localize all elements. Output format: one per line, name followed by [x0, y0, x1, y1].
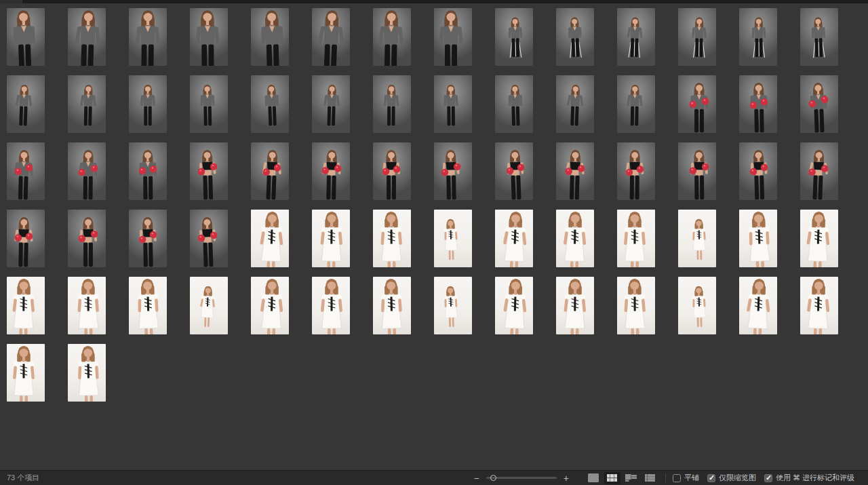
- window-top-edge: [0, 0, 868, 3]
- photo-thumbnail[interactable]: [678, 8, 716, 66]
- photo-thumbnail[interactable]: [190, 8, 228, 66]
- grid-filled-icon: [607, 474, 617, 482]
- photo-thumbnail[interactable]: [800, 142, 838, 200]
- photo-thumbnail[interactable]: [617, 277, 655, 334]
- photo-thumbnail[interactable]: [68, 75, 106, 133]
- photo-thumbnail[interactable]: [7, 344, 45, 402]
- photo-thumbnail[interactable]: [68, 277, 106, 334]
- photo-thumbnail[interactable]: [434, 8, 472, 66]
- zoom-out-button[interactable]: −: [470, 473, 484, 483]
- view-mode-group: [585, 472, 658, 484]
- photo-thumbnail[interactable]: [68, 344, 106, 402]
- photo-thumbnail[interactable]: [251, 75, 289, 133]
- slider-knob[interactable]: [490, 475, 496, 481]
- photo-thumbnail[interactable]: [68, 142, 106, 200]
- photo-thumbnail[interactable]: [373, 210, 411, 267]
- photo-thumbnail[interactable]: [312, 75, 350, 133]
- photo-thumbnail[interactable]: [678, 142, 716, 200]
- photo-thumbnail[interactable]: [129, 8, 167, 66]
- thumbnail-size-slider[interactable]: [486, 473, 557, 483]
- photo-thumbnail[interactable]: [7, 277, 45, 334]
- photo-thumbnail[interactable]: [739, 142, 777, 200]
- checkbox-use-cmd-rating[interactable]: 使用 ⌘ 进行标记和评级: [764, 473, 854, 483]
- photo-thumbnail[interactable]: [495, 277, 533, 334]
- photo-thumbnail[interactable]: [434, 75, 472, 133]
- photo-thumbnail[interactable]: [495, 142, 533, 200]
- thumbnail-grid: [7, 8, 863, 402]
- photo-thumbnail[interactable]: [190, 277, 228, 334]
- photo-thumbnail[interactable]: [373, 75, 411, 133]
- photo-thumbnail[interactable]: [556, 8, 594, 66]
- checkbox-label: 平铺: [684, 473, 699, 483]
- photo-thumbnail[interactable]: [678, 210, 716, 267]
- thumb-info-view-button[interactable]: [623, 472, 639, 484]
- zoom-in-button[interactable]: +: [559, 473, 573, 483]
- photo-thumbnail[interactable]: [129, 142, 167, 200]
- photo-thumbnail[interactable]: [495, 210, 533, 267]
- photo-thumbnail[interactable]: [312, 277, 350, 334]
- photo-thumbnail[interactable]: [556, 277, 594, 334]
- photo-browser-window: 73 个项目 − +: [0, 0, 868, 485]
- checkbox-label: 使用 ⌘ 进行标记和评级: [776, 473, 854, 483]
- photo-thumbnail[interactable]: [251, 142, 289, 200]
- checkbox-thumbnails-only[interactable]: 仅限缩览图: [707, 473, 756, 483]
- photo-thumbnail[interactable]: [7, 142, 45, 200]
- photo-thumbnail[interactable]: [190, 142, 228, 200]
- photo-thumbnail[interactable]: [129, 75, 167, 133]
- photo-thumbnail[interactable]: [373, 8, 411, 66]
- grid-view-button[interactable]: [604, 472, 620, 484]
- photo-thumbnail[interactable]: [678, 277, 716, 334]
- photo-thumbnail[interactable]: [800, 75, 838, 133]
- photo-thumbnail[interactable]: [190, 75, 228, 133]
- photo-thumbnail[interactable]: [434, 277, 472, 334]
- list-view-button[interactable]: [642, 472, 658, 484]
- item-count-label: 73 个项目: [7, 473, 39, 483]
- photo-thumbnail[interactable]: [617, 8, 655, 66]
- divider: [665, 473, 666, 482]
- photo-thumbnail[interactable]: [739, 8, 777, 66]
- photo-thumbnail[interactable]: [434, 142, 472, 200]
- photo-thumbnail[interactable]: [739, 75, 777, 133]
- photo-thumbnail[interactable]: [617, 142, 655, 200]
- photo-thumbnail[interactable]: [800, 210, 838, 267]
- photo-thumbnail[interactable]: [617, 75, 655, 133]
- checkbox-tile[interactable]: 平铺: [673, 473, 699, 483]
- photo-thumbnail[interactable]: [556, 142, 594, 200]
- slider-track[interactable]: [486, 477, 557, 479]
- photo-thumbnail[interactable]: [373, 142, 411, 200]
- photo-thumbnail[interactable]: [800, 277, 838, 334]
- checkbox-box[interactable]: [764, 474, 772, 482]
- photo-thumbnail[interactable]: [312, 210, 350, 267]
- status-bar-controls: − +: [470, 471, 868, 485]
- window-top-edge-segment: [0, 0, 22, 3]
- photo-thumbnail[interactable]: [251, 210, 289, 267]
- photo-thumbnail[interactable]: [129, 210, 167, 267]
- photo-thumbnail[interactable]: [739, 210, 777, 267]
- photo-thumbnail[interactable]: [7, 8, 45, 66]
- photo-thumbnail[interactable]: [434, 210, 472, 267]
- photo-thumbnail[interactable]: [495, 8, 533, 66]
- photo-thumbnail[interactable]: [7, 75, 45, 133]
- photo-thumbnail[interactable]: [739, 277, 777, 334]
- status-bar: 73 个项目 − +: [0, 470, 868, 485]
- photo-thumbnail[interactable]: [312, 8, 350, 66]
- checkbox-box[interactable]: [673, 474, 681, 482]
- photo-thumbnail[interactable]: [129, 277, 167, 334]
- lighttable-view-button[interactable]: [585, 472, 601, 484]
- list-icon: [645, 474, 655, 482]
- photo-thumbnail[interactable]: [800, 8, 838, 66]
- photo-thumbnail[interactable]: [68, 8, 106, 66]
- photo-thumbnail[interactable]: [251, 8, 289, 66]
- photo-thumbnail[interactable]: [373, 277, 411, 334]
- photo-thumbnail[interactable]: [678, 75, 716, 133]
- checkbox-box[interactable]: [707, 474, 715, 482]
- photo-thumbnail[interactable]: [190, 210, 228, 267]
- photo-thumbnail[interactable]: [556, 75, 594, 133]
- photo-thumbnail[interactable]: [68, 210, 106, 267]
- photo-thumbnail[interactable]: [312, 142, 350, 200]
- photo-thumbnail[interactable]: [251, 277, 289, 334]
- photo-thumbnail[interactable]: [617, 210, 655, 267]
- photo-thumbnail[interactable]: [556, 210, 594, 267]
- photo-thumbnail[interactable]: [7, 210, 45, 267]
- photo-thumbnail[interactable]: [495, 75, 533, 133]
